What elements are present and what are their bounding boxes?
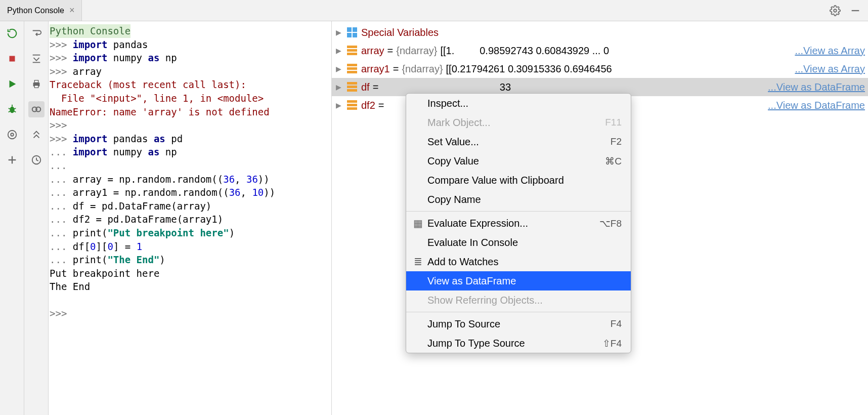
svg-line-7 <box>14 108 16 109</box>
context-menu: Inspect...Mark Object...F11Set Value...F… <box>406 93 631 353</box>
variable-row[interactable]: ▶Special Variables <box>332 23 868 42</box>
rerun-icon[interactable] <box>4 25 20 42</box>
add-icon[interactable] <box>4 152 20 168</box>
menu-item-label: Jump To Source <box>427 318 500 330</box>
variable-value: [[1. 0.98592743 0.60843929 ... 0 <box>440 45 609 57</box>
soft-wrap-icon[interactable] <box>28 25 45 42</box>
minimize-icon[interactable] <box>850 5 861 16</box>
svg-point-10 <box>11 133 14 136</box>
left-gutter-2 <box>24 21 49 415</box>
variable-value: 33 <box>381 81 511 93</box>
stop-icon[interactable] <box>4 51 20 67</box>
context-menu-item[interactable]: Copy Value⌘C <box>406 151 631 171</box>
expand-chevron-icon[interactable]: ▶ <box>336 28 343 36</box>
svg-line-8 <box>8 111 10 112</box>
console-output[interactable]: Python Console >>> import pandas >>> imp… <box>49 21 332 415</box>
expand-chevron-icon[interactable]: ▶ <box>336 83 343 91</box>
variable-name: array1 <box>361 63 390 75</box>
variable-name: df <box>361 81 370 93</box>
close-tab-icon[interactable]: × <box>69 5 75 16</box>
expand-chevron-icon[interactable]: ▶ <box>336 47 343 55</box>
menu-item-label: Jump To Type Source <box>427 338 525 349</box>
menu-item-label: View as DataFrame <box>427 275 516 287</box>
svg-line-6 <box>8 108 10 109</box>
view-as-link[interactable]: ...View as Array <box>795 63 868 75</box>
context-menu-item[interactable]: Copy Name <box>406 190 631 209</box>
variable-name: df2 <box>361 100 375 111</box>
menu-item-label: Copy Value <box>427 155 479 167</box>
variable-name: array <box>361 45 384 57</box>
calculator-icon: ▦ <box>412 217 423 229</box>
settings-icon[interactable] <box>4 127 20 143</box>
menu-shortcut: F11 <box>605 117 622 128</box>
variable-icon <box>347 46 357 56</box>
context-menu-item[interactable]: Inspect... <box>406 94 631 113</box>
header-actions <box>830 0 868 21</box>
print-icon[interactable] <box>28 76 45 92</box>
tab-title: Python Console <box>7 6 64 15</box>
context-menu-item: Mark Object...F11 <box>406 113 631 132</box>
variable-row[interactable]: ▶array = {ndarray} [[1. 0.98592743 0.608… <box>332 42 868 60</box>
expand-chevron-icon[interactable]: ▶ <box>336 101 343 109</box>
menu-item-label: Compare Value with Clipboard <box>427 175 564 186</box>
svg-marker-3 <box>9 80 16 88</box>
menu-item-label: Inspect... <box>427 98 468 109</box>
menu-item-label: Evaluate In Console <box>427 237 518 248</box>
context-menu-item[interactable]: Jump To Type Source⇧F4 <box>406 334 631 353</box>
context-menu-item[interactable]: Jump To SourceF4 <box>406 314 631 334</box>
menu-item-label: Mark Object... <box>427 117 490 129</box>
scroll-end-icon[interactable] <box>28 51 45 67</box>
svg-point-4 <box>10 107 14 113</box>
context-menu-item[interactable]: ≣Add to Watches <box>406 252 631 271</box>
history-expand-icon[interactable] <box>28 127 45 143</box>
view-as-link[interactable]: ...View as DataFrame <box>768 100 868 111</box>
watch-icon: ≣ <box>412 256 423 268</box>
variable-value: [[0.21794261 0.30915336 0.6946456 <box>446 63 612 75</box>
svg-line-9 <box>14 111 16 112</box>
menu-shortcut: F2 <box>611 136 622 147</box>
context-menu-item[interactable]: Set Value...F2 <box>406 132 631 151</box>
debug-icon[interactable] <box>4 101 20 117</box>
context-menu-item[interactable]: Evaluate In Console <box>406 233 631 252</box>
svg-rect-18 <box>34 86 38 88</box>
context-menu-item: Show Referring Objects... <box>406 290 631 310</box>
menu-separator <box>406 312 631 312</box>
svg-point-11 <box>8 131 16 139</box>
context-menu-item[interactable]: View as DataFrame <box>406 271 631 290</box>
menu-item-label: Evaluate Expression... <box>427 218 528 229</box>
special-vars-icon <box>347 27 357 37</box>
menu-item-label: Set Value... <box>427 136 479 148</box>
view-as-link[interactable]: ...View as DataFrame <box>768 81 868 93</box>
context-menu-item[interactable]: ▦Evaluate Expression...⌥F8 <box>406 214 631 233</box>
console-tab[interactable]: Python Console × <box>0 0 82 21</box>
window-header: Python Console × <box>0 0 868 21</box>
expand-chevron-icon[interactable]: ▶ <box>336 65 343 73</box>
view-as-link[interactable]: ...View as Array <box>795 45 868 57</box>
menu-item-label: Show Referring Objects... <box>427 295 543 306</box>
run-icon[interactable] <box>4 76 20 92</box>
menu-shortcut: ⌘C <box>605 155 622 167</box>
menu-shortcut: ⌥F8 <box>599 218 622 229</box>
variable-icon <box>347 64 357 74</box>
variable-name: Special Variables <box>361 27 439 38</box>
show-vars-icon[interactable] <box>28 101 45 117</box>
svg-rect-17 <box>34 80 38 83</box>
variable-icon <box>347 82 357 92</box>
context-menu-item[interactable]: Compare Value with Clipboard <box>406 171 631 190</box>
variable-type: {ndarray} <box>396 45 437 57</box>
left-gutter-1 <box>0 21 24 415</box>
svg-rect-2 <box>9 56 15 62</box>
gear-icon[interactable] <box>830 5 841 16</box>
menu-item-label: Copy Name <box>427 194 481 205</box>
history-icon[interactable] <box>28 152 45 168</box>
menu-shortcut: ⇧F4 <box>602 338 622 349</box>
variable-row[interactable]: ▶array1 = {ndarray} [[0.21794261 0.30915… <box>332 60 868 78</box>
variable-type: {ndarray} <box>402 63 443 75</box>
menu-separator <box>406 211 631 212</box>
menu-item-label: Add to Watches <box>427 256 498 268</box>
svg-point-0 <box>834 9 837 12</box>
menu-shortcut: F4 <box>611 318 622 329</box>
variable-icon <box>347 100 357 110</box>
